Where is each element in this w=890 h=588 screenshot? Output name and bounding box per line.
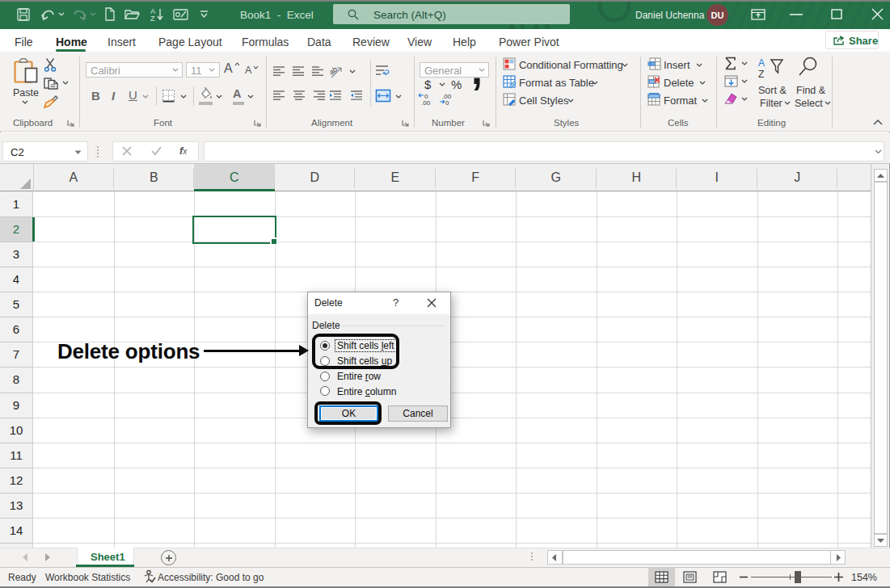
svg-text:Z: Z [758, 69, 764, 80]
svg-text:.00: .00 [421, 99, 431, 105]
svg-text:ab: ab [330, 65, 339, 77]
svg-text:A: A [758, 57, 765, 69]
svg-text:Z: Z [150, 15, 155, 22]
svg-text:0: 0 [445, 99, 449, 105]
